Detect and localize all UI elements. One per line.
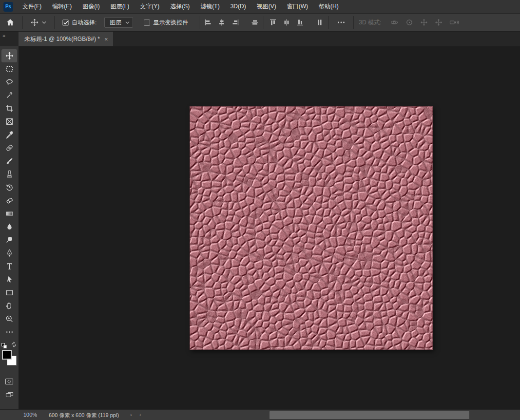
3d-mode-label: 3D 模式: xyxy=(359,19,381,27)
tools-panel xyxy=(0,46,19,409)
quick-mask-mode-button[interactable] xyxy=(1,375,17,388)
tool-gradient[interactable] xyxy=(1,207,17,220)
document-tab-title: 未标题-1 @ 100%(RGB/8#) * xyxy=(24,35,100,43)
checkbox-checked-icon xyxy=(62,19,69,26)
pan-3d-camera-icon xyxy=(420,19,428,26)
home-icon xyxy=(6,18,15,27)
menu-filter[interactable]: 滤镜(T) xyxy=(195,0,225,13)
align-v-center-icon[interactable] xyxy=(251,19,259,26)
tool-rectangular-marquee[interactable] xyxy=(1,62,17,76)
auto-select-checkbox[interactable]: 自动选择: xyxy=(59,15,99,30)
align-top-icon[interactable] xyxy=(269,19,277,26)
menu-view[interactable]: 视图(V) xyxy=(251,0,282,13)
menu-edit[interactable]: 编辑(E) xyxy=(47,0,77,13)
more-align-options-button[interactable] xyxy=(334,15,348,30)
tool-lasso[interactable] xyxy=(1,76,17,89)
align-right-icon[interactable] xyxy=(231,19,239,26)
screen-mode-button[interactable] xyxy=(1,388,17,401)
photoshop-logo-icon: Ps xyxy=(3,2,13,12)
menu-help[interactable]: 帮助(H) xyxy=(313,0,344,13)
tool-rectangle-shape[interactable] xyxy=(1,286,17,299)
workspace xyxy=(0,46,520,409)
slide-3d-camera-icon xyxy=(435,19,443,26)
status-bar: 100% 600 像素 x 600 像素 (119 ppi) › ‹ xyxy=(0,409,520,420)
tool-eraser[interactable] xyxy=(1,194,17,207)
tool-eyedropper[interactable] xyxy=(1,128,17,141)
checkbox-unchecked-icon xyxy=(144,19,150,26)
auto-select-label: 自动选择: xyxy=(72,19,96,27)
distribute-h-center-icon[interactable] xyxy=(283,19,290,26)
tool-type[interactable] xyxy=(1,260,17,273)
tool-hand[interactable] xyxy=(1,299,17,312)
menu-select[interactable]: 选择(S) xyxy=(165,0,195,13)
color-controls xyxy=(1,340,18,349)
menu-window[interactable]: 窗口(W) xyxy=(282,0,313,13)
tool-zoom[interactable] xyxy=(1,312,17,325)
menu-layer[interactable]: 图层(L) xyxy=(105,0,135,13)
edit-toolbar-button[interactable] xyxy=(1,325,17,339)
document-info: 600 像素 x 600 像素 (119 ppi) xyxy=(49,412,119,419)
align-h-center-icon[interactable] xyxy=(218,19,226,26)
align-left-icon[interactable] xyxy=(204,19,212,26)
menu-file[interactable]: 文件(F) xyxy=(17,0,47,13)
tool-clone-stamp[interactable] xyxy=(1,168,17,181)
menu-image[interactable]: 图像(I) xyxy=(77,0,105,13)
separator xyxy=(328,16,329,29)
tab-close-icon[interactable]: × xyxy=(104,36,108,42)
document-area xyxy=(190,106,433,350)
distribute-v-icon[interactable] xyxy=(316,19,324,26)
separator xyxy=(54,16,55,29)
separator xyxy=(264,16,264,29)
color-swatches xyxy=(0,349,19,370)
orbit-3d-camera-icon xyxy=(390,19,399,26)
tool-history-brush[interactable] xyxy=(1,181,17,194)
tool-brush[interactable] xyxy=(1,154,17,168)
panel-collapse-button[interactable]: » xyxy=(0,32,19,46)
move-icon xyxy=(31,19,39,26)
chevron-double-right-icon: » xyxy=(2,33,5,38)
show-transform-controls-checkbox[interactable]: 显示变换控件 xyxy=(141,15,191,30)
swap-colors-icon[interactable] xyxy=(11,341,17,349)
tool-spot-healing-brush[interactable] xyxy=(1,141,17,154)
photoshop-window: Ps 文件(F) 编辑(E) 图像(I) 图层(L) 文字(Y) 选择(S) 滤… xyxy=(0,0,520,420)
tool-pen[interactable] xyxy=(1,247,17,260)
tool-magic-wand[interactable] xyxy=(1,89,17,102)
zoom-3d-camera-icon xyxy=(449,19,459,26)
tool-frame[interactable] xyxy=(1,115,17,128)
separator xyxy=(353,16,354,29)
tool-options-bar: 自动选择: 图层 显示变换控件 xyxy=(0,14,520,32)
pasteboard[interactable] xyxy=(19,46,520,409)
chevron-down-icon xyxy=(42,21,46,24)
show-transform-controls-label: 显示变换控件 xyxy=(153,19,188,27)
document-tab-bar: » 未标题-1 @ 100%(RGB/8#) * × xyxy=(0,32,520,46)
status-chevron-icon[interactable]: › xyxy=(130,412,132,418)
chevron-down-icon xyxy=(125,21,130,24)
separator xyxy=(199,16,199,29)
document-tab[interactable]: 未标题-1 @ 100%(RGB/8#) * × xyxy=(19,32,113,46)
tool-dodge[interactable] xyxy=(1,233,17,247)
horizontal-scrollbar-thumb[interactable] xyxy=(270,411,469,419)
scroll-left-arrow-icon[interactable]: ‹ xyxy=(139,412,141,418)
auto-select-target-dropdown[interactable]: 图层 xyxy=(104,17,133,28)
tool-crop[interactable] xyxy=(1,102,17,115)
menu-type[interactable]: 文字(Y) xyxy=(135,0,165,13)
menu-3d[interactable]: 3D(D) xyxy=(225,0,251,13)
tool-move[interactable] xyxy=(1,49,17,62)
zoom-level-field[interactable]: 100% xyxy=(23,412,37,418)
separator xyxy=(22,16,23,29)
foreground-color-swatch[interactable] xyxy=(2,350,12,360)
home-button[interactable] xyxy=(3,15,18,30)
dropdown-value: 图层 xyxy=(110,19,121,27)
move-tool-preset-button[interactable] xyxy=(28,15,49,30)
roll-3d-camera-icon xyxy=(405,19,413,26)
tool-path-selection[interactable] xyxy=(1,273,17,286)
document-canvas[interactable] xyxy=(190,106,433,350)
align-bottom-icon[interactable] xyxy=(296,19,304,26)
tool-blur[interactable] xyxy=(1,220,17,233)
menu-bar: Ps 文件(F) 编辑(E) 图像(I) 图层(L) 文字(Y) 选择(S) 滤… xyxy=(0,0,520,14)
